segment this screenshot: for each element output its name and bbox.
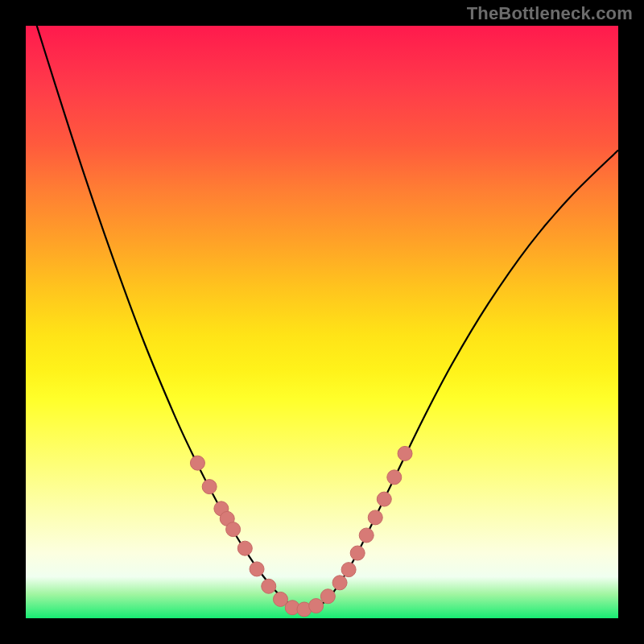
data-point: [332, 576, 347, 590]
chart-frame: TheBottleneck.com: [0, 0, 644, 644]
curve-layer: [26, 26, 618, 618]
data-point: [250, 562, 264, 576]
bottleneck-curve: [26, 26, 618, 610]
data-point: [350, 546, 365, 560]
data-points: [190, 446, 412, 617]
data-point: [309, 599, 324, 613]
data-point: [190, 456, 204, 470]
plot-area: [26, 26, 618, 618]
data-point: [377, 492, 391, 506]
data-point: [262, 579, 276, 593]
data-point: [387, 470, 402, 485]
data-point: [398, 446, 412, 460]
data-point: [226, 522, 241, 537]
data-point: [368, 510, 382, 525]
data-point: [359, 528, 374, 543]
data-point: [202, 480, 217, 494]
data-point: [341, 563, 356, 577]
watermark-text: TheBottleneck.com: [467, 3, 633, 24]
data-point: [237, 541, 252, 555]
data-point: [320, 589, 335, 604]
